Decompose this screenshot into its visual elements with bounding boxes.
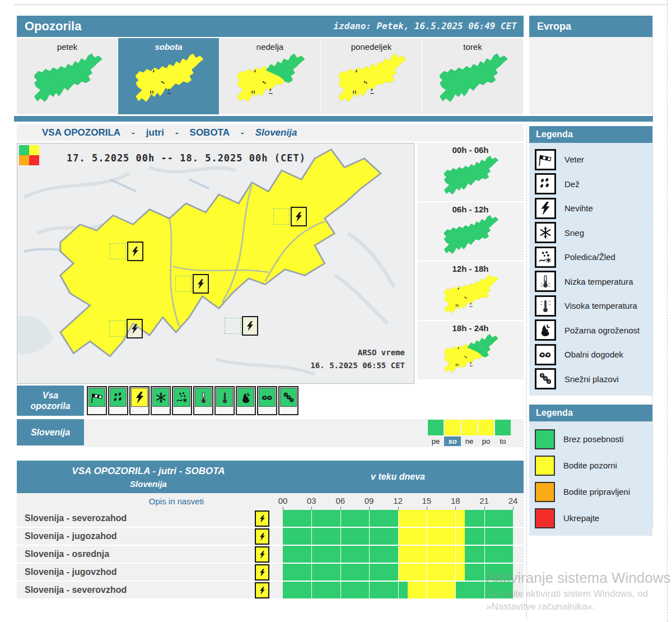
row-timeline xyxy=(283,528,513,545)
slovenia-mini-map xyxy=(228,52,312,108)
row-warning-icon-box xyxy=(255,564,269,581)
legend-item-sleet: Poledica/Žled xyxy=(535,245,652,270)
warning-type-level xyxy=(131,388,148,407)
warning-type-windsock[interactable] xyxy=(87,386,107,415)
timeline-grid-line xyxy=(340,510,341,527)
row-timeline xyxy=(283,582,513,598)
hour-label-03: 03 xyxy=(303,496,320,505)
legend-symbol-label: Požarna ogroženost xyxy=(564,326,640,335)
region-strip-label: Slovenija xyxy=(17,419,84,445)
map-valid-range: 17. 5.2025 00h -- 18. 5.2025 00h (CET) xyxy=(67,152,306,164)
legend-symbol-label: Poledica/Žled xyxy=(564,252,615,262)
day-strip-so[interactable]: so xyxy=(444,420,461,446)
day-strip-label[interactable]: pe xyxy=(427,437,444,446)
snow-icon xyxy=(538,225,553,240)
hour-label-00: 00 xyxy=(274,496,291,505)
interval-map-12h-18h: 12h - 18h xyxy=(417,262,524,321)
warning-type-thermo-low[interactable] xyxy=(193,386,213,415)
legend-symbol-label: Nevihte xyxy=(564,203,593,213)
table-row: Slovenija - jugovzhod xyxy=(17,564,524,582)
day-strip-to[interactable]: to xyxy=(494,420,511,446)
tab-day-petek[interactable]: petek xyxy=(17,38,118,114)
timeline-grid-line xyxy=(484,528,485,545)
timeline-segment-yellow xyxy=(408,582,456,598)
slovenia-mini-map xyxy=(25,52,109,108)
region-row-label[interactable]: Slovenija - osrednja xyxy=(25,546,109,563)
windsock-icon xyxy=(91,391,104,404)
legend-level-label: Bodite pripravljeni xyxy=(563,487,630,496)
table-row: Slovenija - osrednja xyxy=(17,546,524,564)
tab-day-torek[interactable]: torek xyxy=(422,38,524,114)
map-thunderstorm-warning-box xyxy=(127,319,143,338)
hour-label-24: 24 xyxy=(505,496,521,505)
bolt-icon xyxy=(258,585,267,596)
timeline-grid-line xyxy=(398,528,399,545)
timeline-grid-line xyxy=(311,546,312,563)
legend-level-label: Brez posebnosti xyxy=(563,434,624,444)
warning-type-level xyxy=(174,388,190,407)
bolt-icon xyxy=(538,201,553,216)
description-header[interactable]: Opis in nasveti xyxy=(101,496,252,506)
legend-item-thermo-high: Visoka temperatura xyxy=(535,294,652,318)
table-row: Slovenija - severovzhod xyxy=(17,582,524,600)
rain-icon xyxy=(112,391,125,404)
section-title-dash: - xyxy=(175,127,179,138)
corner-level-yellow xyxy=(29,145,39,155)
timeline-grid-line xyxy=(484,582,485,598)
warning-type-fire[interactable] xyxy=(236,386,256,415)
map-corner-level-legend xyxy=(19,145,39,165)
legend-level-swatch xyxy=(535,456,555,476)
symbol-legend-panel: Legenda VeterDežNevihteSnegPoledica/Žled… xyxy=(529,126,652,396)
section-divider-bar xyxy=(14,116,653,122)
timeline-grid-line xyxy=(398,546,399,563)
tab-day-sobota[interactable]: sobota xyxy=(118,38,220,114)
day-level-square xyxy=(428,420,444,435)
windows-activation-watermark-line2: Če želite aktivirati sistem Windows, od xyxy=(486,588,648,600)
warning-type-bolt[interactable] xyxy=(129,386,150,415)
timeline-grid-line xyxy=(340,546,341,563)
region-row-label[interactable]: Slovenija - jugovzhod xyxy=(25,564,116,581)
hour-label-21: 21 xyxy=(476,496,493,505)
warning-type-waves[interactable] xyxy=(257,386,277,415)
tab-day-ponedeljek[interactable]: ponedeljek xyxy=(321,38,422,114)
region-row-label[interactable]: Slovenija - jugozahod xyxy=(25,528,116,545)
region-row-label[interactable]: Slovenija - severovzhod xyxy=(25,582,127,598)
row-warning-icon-box xyxy=(255,510,269,527)
warning-type-snow[interactable] xyxy=(151,386,171,415)
day-strip-po[interactable]: po xyxy=(478,420,494,446)
timeline-segment-green xyxy=(465,546,513,563)
day-strip-label[interactable]: po xyxy=(478,437,494,446)
map-credit: ARSO vreme 16. 5.2025 06:55 CET xyxy=(310,346,405,372)
interval-label: 00h - 06h xyxy=(417,143,524,155)
arso-warnings-page: Opozorila izdano: Petek, 16.5.2025 06:49… xyxy=(0,0,672,622)
bolt-icon xyxy=(245,319,255,333)
legend-level-swatch xyxy=(535,482,555,502)
tab-europe[interactable]: Evropa xyxy=(529,16,652,37)
warning-type-sleet[interactable] xyxy=(172,386,192,415)
section-title-dash: - xyxy=(241,127,244,138)
day-strip-pe[interactable]: pe xyxy=(427,420,444,446)
timeline-grid-line xyxy=(455,546,456,563)
warning-type-rain[interactable] xyxy=(108,386,128,415)
day-strip-label[interactable]: to xyxy=(494,437,511,446)
bolt-icon xyxy=(258,567,267,578)
day-strip-label[interactable]: so xyxy=(444,437,461,446)
bolt-icon xyxy=(258,513,267,524)
day-level-square xyxy=(478,420,494,435)
day-strip-ne[interactable]: ne xyxy=(461,420,478,446)
day-level-square xyxy=(461,420,477,435)
tab-day-nedelja[interactable]: nedelja xyxy=(220,38,321,114)
warning-type-avalanche[interactable] xyxy=(278,386,298,415)
timeline-grid-line xyxy=(455,510,456,527)
warning-type-thermo-high[interactable] xyxy=(214,386,235,415)
avalanche-icon xyxy=(282,391,295,404)
warnings-header-bar: Opozorila izdano: Petek, 16.5.2025 06:49… xyxy=(17,16,524,37)
windsock-icon xyxy=(538,152,553,167)
legend-symbol-box xyxy=(535,319,556,341)
region-row-label[interactable]: Slovenija - severozahod xyxy=(25,510,127,527)
timeline-grid-line xyxy=(455,564,456,581)
day-level-square xyxy=(495,420,511,435)
day-strip-label[interactable]: ne xyxy=(461,437,478,446)
legend-symbol-label: Obalni dogodek xyxy=(564,350,623,359)
tab-day-label: ponedeljek xyxy=(321,42,422,52)
